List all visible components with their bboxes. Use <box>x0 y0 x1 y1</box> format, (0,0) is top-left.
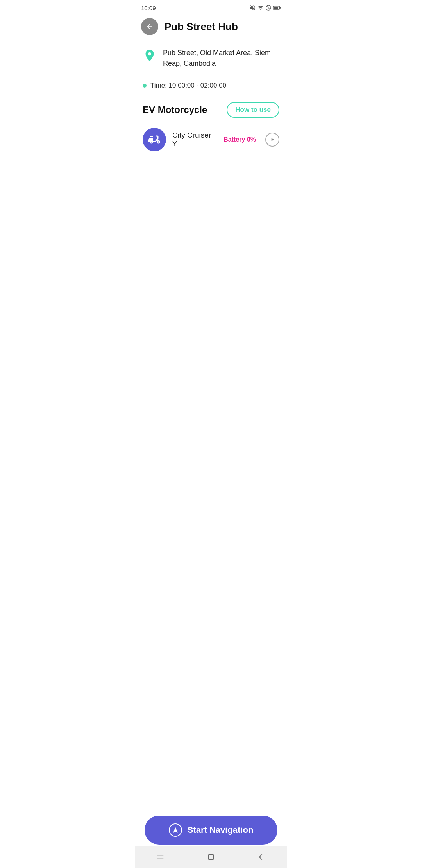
play-button[interactable] <box>265 133 279 147</box>
ev-section-header: EV Motorcycle How to use <box>135 96 287 122</box>
svg-rect-1 <box>274 7 278 9</box>
time-section: Time: 10:00:00 - 02:00:00 <box>135 75 287 96</box>
how-to-use-button[interactable]: How to use <box>227 102 279 118</box>
status-icons <box>250 5 281 11</box>
status-time: 10:09 <box>141 5 156 11</box>
wifi-icon <box>257 5 264 11</box>
vehicle-item: City Cruiser Y Battery 0% <box>135 122 287 157</box>
vehicle-name: City Cruiser Y <box>172 131 217 148</box>
mute-icon <box>250 5 256 11</box>
status-bar: 10:09 <box>135 0 287 14</box>
play-icon <box>270 137 275 142</box>
back-button[interactable] <box>141 18 158 35</box>
location-section: Pub Street, Old Market Area, Siem Reap, … <box>135 41 287 75</box>
scooter-icon <box>147 133 161 147</box>
svg-rect-2 <box>280 7 281 8</box>
page-title: Pub Street Hub <box>165 21 238 33</box>
header: Pub Street Hub <box>135 14 287 41</box>
vehicle-battery: Battery 0% <box>224 136 256 143</box>
time-range: Time: 10:00:00 - 02:00:00 <box>150 82 226 90</box>
battery-icon <box>273 5 281 11</box>
location-icon <box>143 48 157 64</box>
time-dot <box>143 84 147 88</box>
pin-icon <box>143 48 157 63</box>
no-signal-icon <box>265 5 272 11</box>
back-arrow-icon <box>146 23 154 30</box>
vehicle-icon-circle <box>143 128 166 151</box>
ev-section-title: EV Motorcycle <box>143 104 207 115</box>
location-address: Pub Street, Old Market Area, Siem Reap, … <box>163 48 279 69</box>
